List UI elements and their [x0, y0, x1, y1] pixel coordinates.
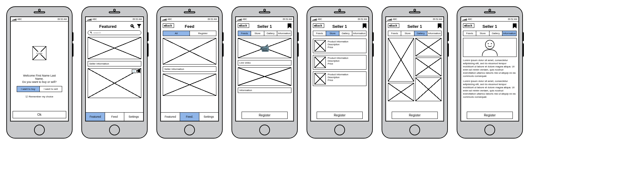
status-bar: ABC 09:52 AM — [236, 17, 293, 22]
tab-feeds[interactable]: Feeds — [388, 31, 401, 36]
cart-icon[interactable]: 🛒 — [132, 69, 137, 73]
tab-all[interactable]: All — [163, 31, 190, 36]
back-button[interactable]: Back — [163, 23, 174, 28]
featured-image-2[interactable]: 🛒 — [88, 68, 141, 98]
status-bar: ABC 09:52 AM — [386, 17, 443, 22]
store-item[interactable]: Product Information Description Price — [313, 55, 366, 70]
nav-featured[interactable]: Featured — [161, 113, 180, 121]
phone-welcome: ABC 09:52 AM Logo Welcome First Name Las… — [6, 6, 73, 139]
remember-checkbox[interactable]: ☑ Remember my choice — [26, 95, 53, 98]
register-button[interactable]: Register — [242, 112, 288, 119]
live-video-label: Live video — [238, 60, 291, 65]
featured-image-1[interactable] — [88, 37, 141, 59]
search-icon[interactable]: 🔍︎ — [130, 24, 135, 29]
back-button[interactable]: Back — [313, 23, 324, 28]
register-button[interactable]: Register — [392, 112, 438, 119]
live-video-box[interactable]: 📹 — [238, 38, 291, 58]
seller-title: Seller 1 — [407, 24, 422, 29]
featured-title: Featured — [88, 23, 128, 29]
status-bar: ABC 09:52 AM — [11, 17, 68, 22]
tab-gallery[interactable]: Gallery — [414, 31, 427, 36]
back-button[interactable]: Back — [388, 23, 399, 28]
svg-point-2 — [491, 43, 492, 44]
sell-button[interactable]: I want to sell — [40, 86, 62, 92]
ok-button[interactable]: Ok — [13, 111, 66, 118]
status-bar: ABC 09:52 AM — [311, 17, 368, 22]
phone-featured: ABC 09:52 AM Featured 🔍︎ 🔍︎ search Selle… — [81, 6, 148, 139]
carrier-label: ABC — [17, 18, 22, 20]
lorem-1: Lorem ipsum dolor sit amet, consectetur … — [463, 59, 517, 78]
gallery-image[interactable] — [388, 38, 414, 82]
video-camera-icon: 📹 — [260, 44, 269, 53]
back-button[interactable]: Back — [463, 23, 474, 28]
seller-tabs: Feeds Store Gallery Information — [313, 31, 366, 36]
phone-seller-information: ABC 09:52 AM Back Seller 1 Feeds Store G… — [457, 6, 523, 139]
lorem-2: Lorem ipsum dolor sit amet, consectetur … — [463, 80, 517, 99]
product-price: Price — [328, 46, 348, 49]
register-button[interactable]: Register — [317, 112, 363, 119]
search-mini-icon: 🔍︎ — [90, 31, 92, 34]
bookmark-icon[interactable] — [438, 23, 442, 28]
seller-info-1[interactable]: Seller Information — [88, 61, 141, 66]
nav-feed[interactable]: Feed — [105, 113, 124, 121]
register-button[interactable]: Register — [467, 112, 513, 119]
search-input[interactable]: 🔍︎ search — [88, 30, 141, 35]
tab-information[interactable]: Information — [277, 31, 291, 36]
product-thumb — [314, 40, 326, 52]
tab-store[interactable]: Store — [326, 31, 339, 36]
tab-feeds[interactable]: Feeds — [313, 31, 326, 36]
product-info: Product Information — [328, 40, 348, 43]
information-label: Information — [238, 88, 291, 93]
status-bar: ABC 09:52 AM — [86, 17, 143, 22]
phone-seller-store: ABC 09:52 AM Back Seller 1 Feeds Store G… — [307, 6, 373, 139]
bookmark-icon[interactable] — [513, 23, 517, 28]
feed-image-1[interactable] — [163, 38, 216, 65]
bottom-nav: Featured Feed. Settings — [161, 112, 218, 121]
filter-icon[interactable] — [137, 24, 141, 29]
nav-settings[interactable]: Settings — [199, 113, 218, 121]
nav-feed[interactable]: Feed. — [180, 113, 199, 121]
status-bar: ABC 09:52 AM — [461, 17, 518, 22]
buy-sell-segment[interactable]: I want to buy I want to sell — [17, 86, 62, 92]
nav-featured[interactable]: Featured — [86, 113, 105, 121]
nav-settings[interactable]: Settings — [124, 113, 143, 121]
seller-tabs: Feeds Store Gallery Information — [238, 31, 291, 36]
logo-placeholder: Logo — [32, 46, 46, 60]
bookmark-icon[interactable] — [288, 23, 291, 28]
bookmark-icon[interactable] — [363, 23, 366, 28]
store-item[interactable]: Product Information Description Price — [313, 71, 366, 86]
store-item[interactable]: Product Information Description Price — [313, 39, 366, 53]
gallery-image[interactable] — [415, 58, 442, 76]
tab-feeds[interactable]: Feeds — [463, 31, 476, 36]
feed-seller-info[interactable]: Seller Information — [163, 66, 216, 72]
tab-store[interactable]: Store — [401, 31, 414, 36]
seller-title: Seller 1 — [332, 24, 347, 29]
buy-button[interactable]: I want to buy — [17, 86, 40, 92]
tab-gallery[interactable]: Gallery — [489, 31, 502, 36]
tab-register[interactable]: Register — [190, 31, 216, 36]
gallery-image[interactable] — [415, 77, 442, 101]
seller-tabs: Feeds Store Gallery Information — [388, 31, 442, 36]
gallery-image[interactable] — [388, 83, 414, 101]
logo-label: Logo — [36, 52, 43, 55]
welcome-line3: Do you want to buy or sell? — [22, 80, 57, 83]
avatar-icon — [480, 39, 499, 56]
tab-gallery[interactable]: Gallery — [264, 31, 277, 36]
feed-title: Feed — [185, 24, 194, 29]
seller-tabs: Feeds Store Gallery Information — [463, 31, 517, 36]
product-thumb — [314, 57, 326, 68]
bookmark-icon[interactable] — [138, 69, 140, 73]
gallery-image[interactable] — [415, 38, 442, 56]
tab-information[interactable]: Information — [427, 31, 441, 36]
seller-title: Seller 1 — [483, 24, 497, 29]
gallery-grid — [388, 38, 442, 101]
tab-store[interactable]: Store — [251, 31, 264, 36]
tab-store[interactable]: Store — [476, 31, 489, 36]
tab-feeds[interactable]: Feeds — [238, 31, 251, 36]
seller-image[interactable] — [238, 67, 291, 86]
feed-image-2[interactable] — [163, 74, 216, 96]
tab-information[interactable]: Information — [502, 31, 516, 36]
tab-gallery[interactable]: Gallery — [339, 31, 352, 36]
tab-information[interactable]: Information — [352, 31, 366, 36]
back-button[interactable]: Back — [238, 23, 249, 28]
